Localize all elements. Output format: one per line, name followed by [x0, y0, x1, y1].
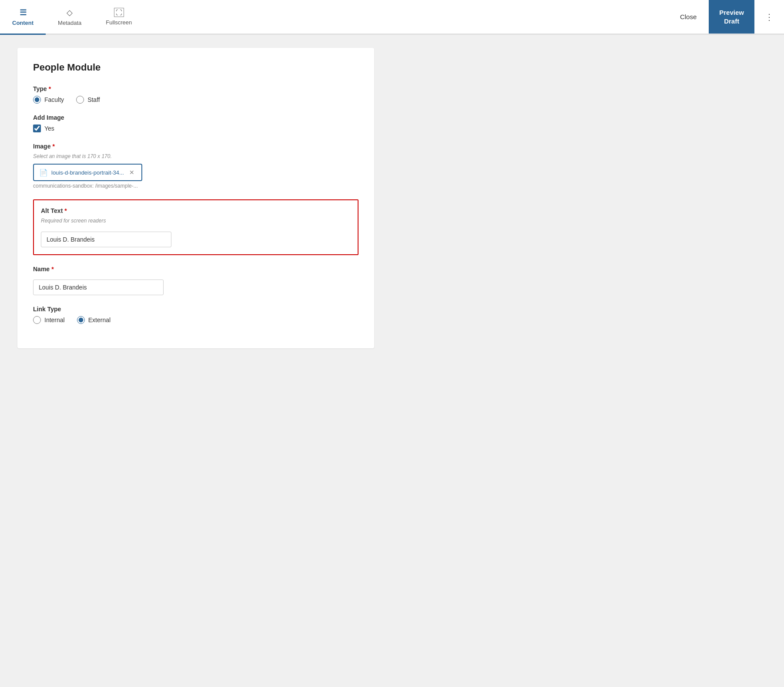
add-image-section: Add Image Yes: [33, 114, 358, 132]
image-required-star: *: [52, 143, 54, 150]
tab-fullscreen-label: Fullscreen: [106, 19, 132, 26]
tab-content-label: Content: [12, 20, 34, 26]
radio-external[interactable]: External: [77, 316, 111, 324]
radio-faculty-input[interactable]: [33, 96, 41, 104]
close-label: Close: [680, 13, 697, 20]
image-selector[interactable]: 📄 louis-d-brandeis-portrait-34... ✕: [33, 164, 142, 181]
close-button[interactable]: Close: [675, 10, 702, 24]
radio-external-input[interactable]: [77, 316, 85, 324]
name-section: Name *: [33, 266, 358, 295]
radio-internal[interactable]: Internal: [33, 316, 65, 324]
radio-staff[interactable]: Staff: [76, 96, 100, 104]
image-file-icon: 📄: [39, 168, 48, 177]
name-input[interactable]: [33, 280, 164, 295]
image-clear-button[interactable]: ✕: [127, 168, 136, 177]
tab-fullscreen[interactable]: ⛶ Fullscreen: [94, 0, 144, 35]
image-path: communications-sandbox: /images/sample-.…: [33, 183, 358, 189]
alt-text-input[interactable]: [41, 232, 171, 247]
link-type-label: Link Type: [33, 306, 358, 313]
preview-draft-button[interactable]: PreviewDraft: [709, 0, 754, 34]
type-required-star: *: [49, 85, 51, 92]
alt-text-hint: Required for screen readers: [41, 218, 351, 224]
image-section: Image * Select an image that is 170 x 17…: [33, 143, 358, 189]
tab-content[interactable]: ☰ People Module Content: [0, 0, 46, 35]
top-navigation: ☰ People Module Content ◇ Metadata ⛶ Ful…: [0, 0, 784, 35]
name-required-star: *: [51, 266, 54, 273]
more-menu-button[interactable]: ⋮: [761, 8, 777, 26]
link-type-section: Link Type Internal External: [33, 306, 358, 324]
alt-text-label: Alt Text *: [41, 207, 351, 214]
add-image-label: Add Image: [33, 114, 358, 121]
name-label: Name *: [33, 266, 358, 273]
module-title: People Module: [33, 62, 358, 73]
add-image-checkbox-input[interactable]: [33, 125, 41, 132]
add-image-checkbox[interactable]: Yes: [33, 125, 358, 132]
content-icon: ☰: [20, 8, 27, 17]
type-radio-group: Faculty Staff: [33, 96, 358, 104]
radio-faculty[interactable]: Faculty: [33, 96, 64, 104]
image-file-name: louis-d-brandeis-portrait-34...: [51, 169, 124, 176]
image-hint: Select an image that is 170 x 170.: [33, 153, 358, 159]
add-image-checkbox-label: Yes: [44, 125, 54, 132]
tab-metadata[interactable]: ◇ Metadata: [46, 0, 94, 35]
form-card: People Module Type * Faculty Staff A: [17, 48, 374, 348]
metadata-icon: ◇: [67, 8, 73, 17]
type-label: Type *: [33, 85, 358, 92]
type-section: Type * Faculty Staff: [33, 85, 358, 104]
fullscreen-icon: ⛶: [114, 8, 124, 17]
tab-metadata-label: Metadata: [58, 20, 81, 26]
radio-staff-label: Staff: [87, 96, 100, 103]
link-type-radio-group: Internal External: [33, 316, 358, 324]
radio-faculty-label: Faculty: [44, 96, 64, 103]
main-content: People Module Type * Faculty Staff A: [0, 35, 392, 361]
radio-staff-input[interactable]: [76, 96, 84, 104]
alt-text-section: Alt Text * Required for screen readers: [33, 199, 358, 255]
radio-internal-label: Internal: [44, 317, 65, 323]
radio-internal-input[interactable]: [33, 316, 41, 324]
alt-text-required-star: *: [64, 207, 67, 214]
image-label: Image *: [33, 143, 358, 150]
nav-right-actions: Close PreviewDraft ⋮: [675, 0, 784, 34]
preview-draft-label: PreviewDraft: [719, 9, 744, 25]
radio-external-label: External: [88, 317, 111, 323]
more-menu-icon: ⋮: [765, 12, 774, 22]
